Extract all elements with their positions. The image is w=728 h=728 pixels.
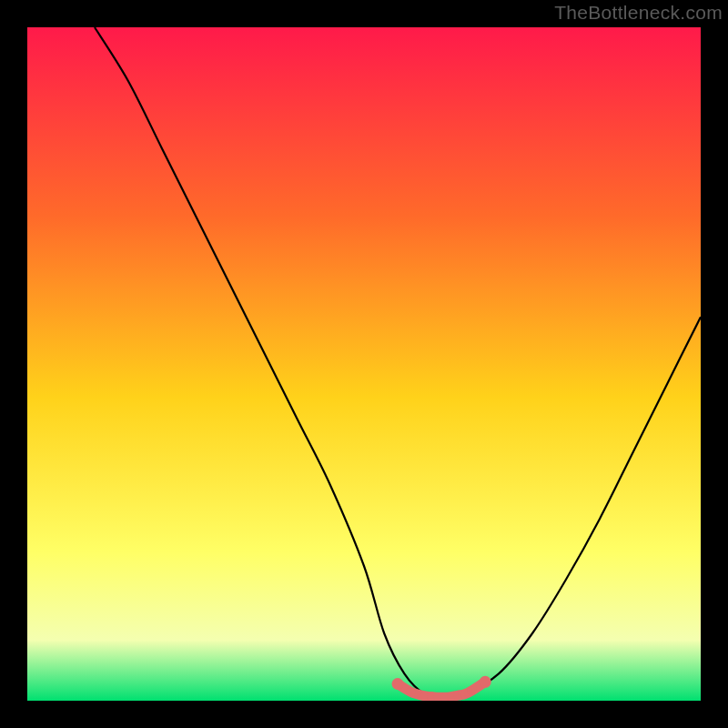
gradient-background — [27, 27, 701, 701]
plot-area — [27, 27, 701, 701]
chart-frame: TheBottleneck.com — [0, 0, 728, 728]
marker-dot — [467, 686, 476, 695]
watermark-text: TheBottleneck.com — [554, 2, 723, 24]
plot-svg — [27, 27, 701, 701]
marker-dot — [392, 678, 404, 690]
marker-dot — [407, 687, 416, 696]
marker-dot — [480, 676, 491, 688]
